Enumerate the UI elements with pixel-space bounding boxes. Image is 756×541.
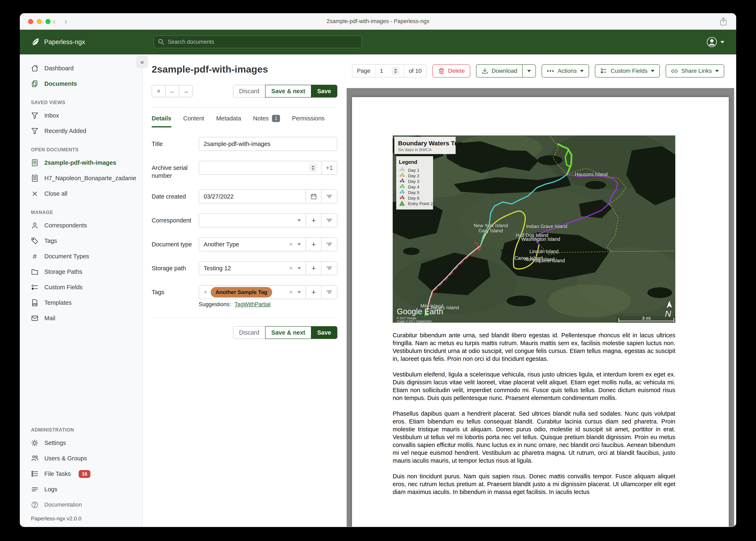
asn-input[interactable]	[199, 161, 321, 175]
delete-button[interactable]: Delete	[432, 64, 470, 78]
add-doctype-button[interactable]: +	[306, 238, 321, 251]
date-input-group: 03/27/2022	[199, 190, 337, 204]
sidebar-item-storage-paths[interactable]: Storage Paths	[20, 264, 142, 279]
download-options-button[interactable]	[523, 64, 536, 78]
sidebar-item-documentation[interactable]: Documentation	[20, 497, 142, 513]
actions-button[interactable]: ••• Actions	[542, 64, 589, 78]
tab-metadata[interactable]: Metadata	[216, 115, 241, 127]
paragraph: Vestibulum eleifend, ligula a scelerisqu…	[393, 370, 675, 402]
sidebar-item-recently-added[interactable]: Recently Added	[20, 123, 142, 139]
search-input[interactable]	[154, 35, 362, 48]
folder-icon	[31, 268, 39, 275]
pdf-page: New York Island Gary Island Hausons Isla…	[352, 97, 729, 527]
sidebar-item-tags[interactable]: Tags	[20, 233, 142, 249]
sidebar-collapse-button[interactable]: «	[136, 56, 148, 68]
save-button[interactable]: Save	[311, 326, 337, 339]
sidebar-item-inbox[interactable]: Inbox	[20, 108, 142, 123]
discard-button[interactable]: Discard	[233, 85, 266, 98]
paragraph: Duis non tincidunt purus. Nam quis sapie…	[393, 472, 675, 496]
doctype-select[interactable]: Another Type ×	[199, 238, 306, 251]
sidebar-item-templates[interactable]: Templates	[20, 295, 142, 310]
tab-notes[interactable]: Notes 1	[253, 115, 280, 127]
previous-document-button[interactable]: ←	[165, 85, 179, 97]
page-number-input[interactable]	[380, 68, 389, 74]
legend-item: Day 6	[408, 196, 419, 201]
brand-name: Paperless-ngx	[44, 38, 85, 46]
sidebar-item-file-tasks[interactable]: File Tasks 16	[20, 466, 142, 482]
browser-forward-icon[interactable]: ›	[65, 17, 67, 26]
sidebar-close-all[interactable]: Close all	[20, 186, 142, 202]
map-label: New York Island	[474, 223, 508, 228]
browser-back-icon[interactable]: ‹	[53, 17, 56, 26]
map-label: Lincoln Island	[529, 249, 559, 254]
sidebar-item-documents[interactable]: Documents	[20, 76, 142, 92]
download-button[interactable]: Download	[476, 64, 523, 78]
clear-icon[interactable]: ×	[289, 289, 293, 295]
sidebar-open-doc-current[interactable]: 2sample-pdf-with-images	[20, 155, 142, 171]
zoom-window-button[interactable]	[45, 19, 51, 24]
clear-icon[interactable]: ×	[289, 241, 293, 248]
tab-details[interactable]: Details	[152, 115, 171, 127]
document-preview-pane[interactable]: New York Island Gary Island Hausons Isla…	[347, 88, 734, 527]
suggestion-tag-link[interactable]: TagWithPartial	[235, 301, 271, 307]
tab-permissions[interactable]: Permissions	[292, 115, 325, 127]
close-window-button[interactable]	[28, 19, 33, 24]
sidebar-item-settings[interactable]: Settings	[20, 435, 142, 451]
sidebar: « Dashboard Documents SAVED VIEWS Inbox	[20, 54, 143, 527]
sidebar-item-document-types[interactable]: # Document Types	[20, 249, 142, 264]
map-subtitle: Six days in BWCA	[398, 148, 432, 152]
remove-tag-icon[interactable]: ×	[204, 289, 207, 295]
title-input[interactable]	[204, 141, 332, 148]
add-tag-button[interactable]: +	[306, 285, 321, 299]
share-icon[interactable]	[719, 17, 728, 26]
filter-lines-icon	[326, 265, 333, 272]
storage-select[interactable]: Testing 12 ×	[199, 262, 306, 275]
hash-icon: #	[31, 253, 39, 260]
add-correspondent-button[interactable]: +	[306, 214, 321, 227]
tags-filter-button[interactable]	[321, 285, 337, 299]
sidebar-item-users-groups[interactable]: Users & Groups	[20, 451, 142, 466]
storage-filter-button[interactable]	[321, 262, 337, 275]
date-input[interactable]: 03/27/2022	[199, 190, 306, 203]
correspondent-filter-button[interactable]	[321, 214, 337, 227]
chevron-down-icon	[715, 70, 719, 72]
search-icon	[158, 39, 164, 45]
clear-icon[interactable]: ×	[289, 265, 293, 271]
sidebar-item-custom-fields[interactable]: Custom Fields	[20, 279, 142, 295]
asn-increment-button[interactable]: +1	[321, 161, 337, 175]
minimize-window-button[interactable]	[37, 19, 42, 24]
asn-stepper[interactable]	[309, 164, 317, 172]
documents-icon	[31, 80, 39, 88]
sidebar-item-correspondents[interactable]: Correspondents	[20, 218, 142, 233]
page-stepper[interactable]	[392, 67, 399, 75]
page-title: 2sample-pdf-with-images	[152, 64, 337, 75]
next-document-button[interactable]: →	[179, 85, 193, 97]
sidebar-item-mail[interactable]: Mail	[20, 310, 142, 326]
close-document-button[interactable]: ×	[152, 85, 166, 97]
save-button[interactable]: Save	[311, 85, 337, 98]
correspondent-select[interactable]	[199, 214, 306, 227]
doctype-filter-button[interactable]	[321, 238, 337, 251]
save-and-next-button[interactable]: Save & next	[265, 326, 311, 339]
add-storage-button[interactable]: +	[306, 262, 321, 275]
calendar-button[interactable]	[306, 190, 321, 203]
share-links-button[interactable]: Share Links	[666, 64, 724, 78]
sidebar-open-doc-2[interactable]: H7_Napoleon_Bonaparte_zadanie	[20, 171, 142, 186]
gear-icon	[31, 439, 39, 447]
date-filter-button[interactable]	[321, 190, 337, 203]
tag-chip[interactable]: Another Sample Tag	[211, 287, 272, 297]
user-menu[interactable]	[706, 30, 724, 54]
chevron-down-icon	[297, 267, 301, 270]
tags-input-group: × Another Sample Tag × +	[199, 285, 337, 299]
traffic-lights	[28, 19, 51, 24]
doc-nav-group: × ← →	[152, 85, 193, 97]
custom-fields-button[interactable]: Custom Fields	[595, 64, 660, 78]
doctype-field-label: Document type	[152, 237, 199, 251]
sidebar-item-logs[interactable]: Logs	[20, 482, 142, 497]
mail-icon	[31, 314, 39, 322]
discard-button[interactable]: Discard	[233, 326, 266, 339]
tab-content[interactable]: Content	[183, 115, 204, 127]
save-and-next-button[interactable]: Save & next	[265, 85, 311, 98]
tags-select[interactable]: × Another Sample Tag ×	[199, 285, 306, 299]
sidebar-item-dashboard[interactable]: Dashboard	[20, 61, 142, 76]
